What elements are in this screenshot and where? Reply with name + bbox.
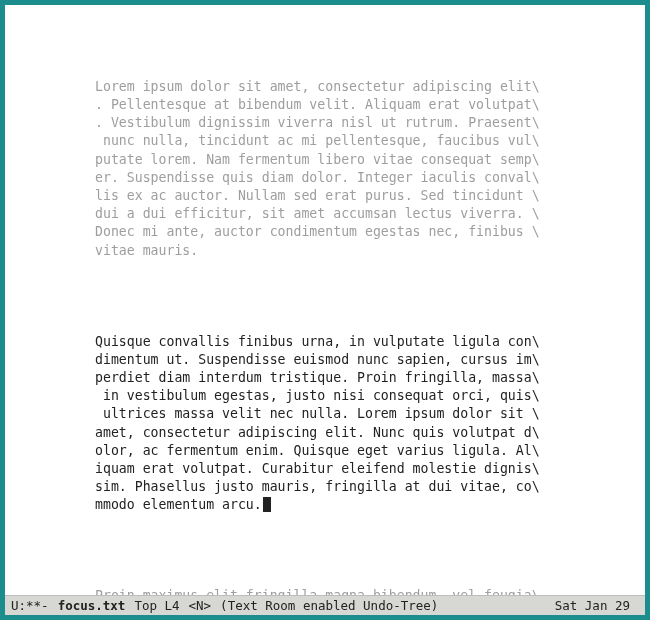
editor-frame: Lorem ipsum dolor sit amet, consectetur …	[0, 0, 650, 620]
text-line: er. Suspendisse quis diam dolor. Integer…	[95, 170, 540, 185]
paragraph-dim-above: Lorem ipsum dolor sit amet, consectetur …	[95, 78, 605, 260]
text-cursor	[263, 497, 271, 512]
text-line: Lorem ipsum dolor sit amet, consectetur …	[95, 79, 540, 94]
text-line: ultrices massa velit nec nulla. Lorem ip…	[95, 406, 540, 421]
text-line: sim. Phasellus justo mauris, fringilla a…	[95, 479, 540, 494]
text-line: vitae mauris.	[95, 243, 198, 258]
text-line: Donec mi ante, auctor condimentum egesta…	[95, 224, 540, 239]
text-buffer[interactable]: Lorem ipsum dolor sit amet, consectetur …	[5, 5, 645, 620]
text-line: olor, ac fermentum enim. Quisque eget va…	[95, 443, 540, 458]
modeline-status: U:**-	[11, 596, 58, 615]
text-line: dui a dui efficitur, sit amet accumsan l…	[95, 206, 540, 221]
modeline-modes: (Text Room enabled Undo-Tree)	[220, 596, 447, 615]
modeline-filename: focus.txt	[58, 596, 135, 615]
text-line: . Pellentesque at bibendum velit. Aliqua…	[95, 97, 540, 112]
text-line: mmodo elementum arcu.	[95, 497, 262, 512]
text-line: lis ex ac auctor. Nullam sed erat purus.…	[95, 188, 540, 203]
modeline-position: Top L4	[134, 596, 188, 615]
text-line: perdiet diam interdum tristique. Proin f…	[95, 370, 540, 385]
text-line: . Vestibulum dignissim viverra nisl ut r…	[95, 115, 540, 130]
text-line: amet, consectetur adipiscing elit. Nunc …	[95, 425, 540, 440]
modeline-spacer	[447, 596, 554, 615]
modeline-encoding: <N>	[189, 596, 221, 615]
text-line: putate lorem. Nam fermentum libero vitae…	[95, 152, 540, 167]
text-line-last: mmodo elementum arcu.	[95, 497, 271, 512]
mode-line[interactable]: U:**- focus.txt Top L4 <N> (Text Room en…	[5, 595, 645, 615]
modeline-date: Sat Jan 29	[555, 596, 639, 615]
text-line: dimentum ut. Suspendisse euismod nunc sa…	[95, 352, 540, 367]
text-line: Quisque convallis finibus urna, in vulpu…	[95, 334, 540, 349]
paragraph-focused: Quisque convallis finibus urna, in vulpu…	[95, 333, 605, 515]
text-line: iquam erat volutpat. Curabitur eleifend …	[95, 461, 540, 476]
text-line: in vestibulum egestas, justo nisi conseq…	[95, 388, 540, 403]
text-line: nunc nulla, tincidunt ac mi pellentesque…	[95, 133, 540, 148]
